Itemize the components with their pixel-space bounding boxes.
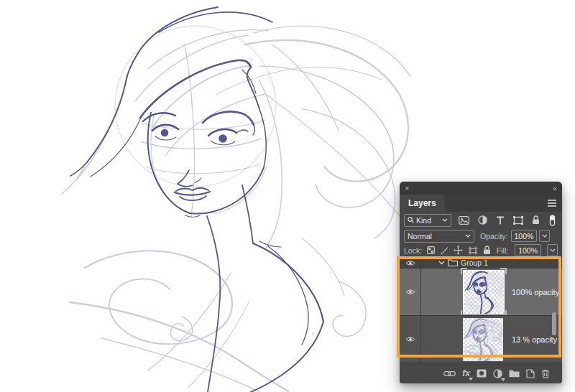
layer1-visibility-toggle[interactable] xyxy=(400,269,421,315)
tab-layers-label: Layers xyxy=(408,198,436,208)
opacity-chevron[interactable] xyxy=(539,230,550,242)
lock-transparency-icon[interactable] xyxy=(427,246,435,254)
collapse-panel-icon[interactable]: « xyxy=(553,185,557,192)
eye-icon xyxy=(405,289,415,295)
layer1-thumbnail[interactable] xyxy=(463,270,505,314)
panel-titlebar: × « xyxy=(400,182,562,195)
panel-tabbar: Layers xyxy=(400,195,562,212)
filter-pixel-layers-icon[interactable] xyxy=(459,216,469,225)
layer-styles-icon[interactable]: fx xyxy=(462,369,470,378)
fx-label: fx xyxy=(462,369,470,378)
lock-label: Lock: xyxy=(404,246,422,255)
lock-pixels-icon[interactable] xyxy=(440,246,448,255)
folder-icon xyxy=(448,259,458,266)
chevron-down-icon xyxy=(442,218,448,222)
fill-value[interactable]: 100% xyxy=(515,244,541,256)
blend-mode-row: Normal Opacity: 100% xyxy=(400,228,562,243)
lock-all-icon[interactable] xyxy=(483,246,491,255)
search-icon xyxy=(408,217,414,223)
layer2-name[interactable]: 13 % opacity xyxy=(512,335,557,344)
group-visibility-toggle[interactable] xyxy=(400,258,421,268)
group-name[interactable]: Group 1 xyxy=(461,258,488,267)
delete-layer-icon[interactable] xyxy=(541,369,550,378)
link-layers-icon[interactable] xyxy=(443,370,456,377)
filter-toggle-icon[interactable] xyxy=(548,215,556,226)
layer1-name[interactable]: 100% opacity xyxy=(512,288,559,297)
close-icon[interactable]: × xyxy=(405,185,409,192)
lock-position-icon[interactable] xyxy=(454,246,463,255)
filter-type-icons xyxy=(456,215,558,226)
filter-kind-label: Kind xyxy=(416,216,440,225)
panel-menu-icon[interactable] xyxy=(548,200,556,208)
layer2-visibility-toggle[interactable] xyxy=(400,316,421,363)
blend-mode-dropdown[interactable]: Normal xyxy=(404,230,474,243)
lock-artboard-icon[interactable] xyxy=(468,246,478,255)
selection-corner xyxy=(500,268,507,274)
selection-corner xyxy=(461,268,467,274)
tab-layers[interactable]: Layers xyxy=(400,195,445,212)
chevron-down-icon xyxy=(542,234,548,238)
add-layer-mask-icon[interactable] xyxy=(477,369,487,378)
lock-row: Lock: Fill: 100% xyxy=(400,243,562,257)
panel-scrollbar-thumb[interactable] xyxy=(552,312,556,335)
panel-actionbar: fx xyxy=(400,363,562,383)
filter-kind-dropdown[interactable]: Kind xyxy=(404,214,451,227)
opacity-value[interactable]: 100% xyxy=(511,230,538,242)
eye-icon xyxy=(405,260,415,266)
fill-label: Fill: xyxy=(497,246,508,255)
caret-icon xyxy=(501,378,505,381)
new-group-icon[interactable] xyxy=(509,370,520,378)
photoshop-workspace: × « Layers Kind xyxy=(0,0,575,392)
filter-row: Kind xyxy=(400,212,562,228)
opacity-label: Opacity: xyxy=(480,232,508,241)
chevron-down-icon xyxy=(465,234,471,238)
filter-smart-objects-icon[interactable] xyxy=(532,215,540,225)
new-layer-icon[interactable] xyxy=(526,369,535,378)
caret-icon xyxy=(469,378,473,381)
filter-type-layers-icon[interactable] xyxy=(496,216,505,225)
layer-row-2[interactable]: 13 % opacity xyxy=(400,315,562,363)
layer-row-1[interactable]: 100% opacity xyxy=(400,268,562,315)
chevron-down-icon xyxy=(550,248,556,252)
blend-mode-value: Normal xyxy=(408,232,432,241)
filter-adjustment-layers-icon[interactable] xyxy=(478,215,487,225)
group-expand-chevron-icon[interactable] xyxy=(438,261,445,265)
layer-list: Group 1 100% opacity xyxy=(400,257,562,363)
group-row[interactable]: Group 1 xyxy=(400,257,562,268)
new-adjustment-layer-icon[interactable] xyxy=(493,369,502,378)
layer2-thumbnail[interactable] xyxy=(463,318,503,361)
layers-panel: × « Layers Kind xyxy=(400,182,562,383)
fill-chevron[interactable] xyxy=(547,244,558,256)
filter-shape-layers-icon[interactable] xyxy=(513,216,523,225)
eye-icon xyxy=(405,336,415,342)
